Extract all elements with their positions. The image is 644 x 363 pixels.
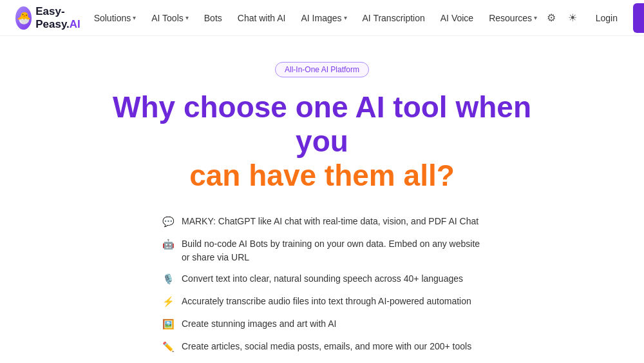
list-item: 🎙️ Convert text into clear, natural soun… [161, 268, 483, 291]
list-item: ⚡ Accurately transcribe audio files into… [161, 291, 483, 313]
nav-ai-transcription[interactable]: AI Transcription [356, 9, 431, 27]
chevron-down-icon: ▾ [185, 14, 189, 21]
logo-icon: 🐣 [15, 6, 32, 30]
hero-badge: All-In-One AI Platform [275, 62, 369, 77]
nav-bots[interactable]: Bots [198, 9, 229, 27]
bot-icon: 🤖 [161, 238, 175, 252]
transcription-icon: ⚡ [161, 295, 175, 309]
chat-icon: 💬 [161, 215, 175, 230]
tools-icon: ✏️ [161, 340, 175, 355]
nav-chat-with-ai[interactable]: Chat with AI [231, 9, 292, 27]
chevron-down-icon: ▾ [534, 14, 537, 21]
microphone-icon: 🎙️ [161, 273, 175, 287]
list-item: 💬 MARKY: ChatGPT like AI chat with real-… [161, 211, 483, 233]
nav-solutions[interactable]: Solutions ▾ [88, 9, 143, 27]
features-list: 💬 MARKY: ChatGPT like AI chat with real-… [161, 211, 483, 358]
nav-resources[interactable]: Resources ▾ [482, 9, 544, 27]
hero-title: Why choose one AI tool when you can have… [103, 90, 541, 193]
nav-ai-images[interactable]: AI Images ▾ [294, 9, 353, 27]
nav-ai-voice[interactable]: AI Voice [434, 9, 480, 27]
nav-links: Solutions ▾ AI Tools ▾ Bots Chat with AI… [88, 9, 544, 27]
navbar: 🐣 Easy-Peasy.AI Solutions ▾ AI Tools ▾ B… [0, 0, 644, 36]
nav-actions: ⚙ ☀ Login Sign up [544, 3, 644, 33]
chevron-down-icon: ▾ [133, 14, 136, 21]
theme-toggle-button[interactable]: ☀ [564, 8, 580, 28]
logo[interactable]: 🐣 Easy-Peasy.AI [15, 5, 88, 31]
list-item: ✏️ Create articles, social media posts, … [161, 336, 483, 358]
nav-ai-tools[interactable]: AI Tools ▾ [145, 9, 195, 27]
logo-text: Easy-Peasy.AI [35, 5, 87, 31]
login-button[interactable]: Login [585, 8, 628, 28]
list-item: 🤖 Build no-code AI Bots by training on y… [161, 233, 483, 268]
chevron-down-icon: ▾ [344, 14, 347, 21]
image-icon: 🖼️ [161, 318, 175, 332]
list-item: 🖼️ Create stunning images and art with A… [161, 313, 483, 336]
settings-icon-button[interactable]: ⚙ [544, 8, 559, 28]
signup-button[interactable]: Sign up [633, 3, 644, 33]
hero-section: All-In-One AI Platform Why choose one AI… [0, 36, 644, 363]
